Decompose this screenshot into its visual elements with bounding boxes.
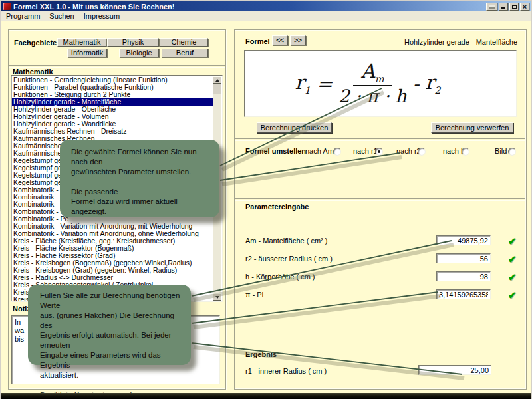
- radio-circle[interactable]: [508, 148, 516, 156]
- tooltip-formel-umstellen: Die gewählte Formel können Sie nun nach …: [60, 140, 219, 217]
- next-formula-button[interactable]: >>: [290, 35, 306, 45]
- parameter-label: π - Pi: [245, 291, 263, 299]
- bottom-strip: [0, 393, 532, 399]
- formel-section-label: Formel: [245, 37, 270, 45]
- ergebnis-section-label: Ergebnis: [245, 350, 277, 358]
- menu-item-programm[interactable]: Programm: [1, 11, 45, 21]
- separator-1: [235, 138, 525, 141]
- titlebar-print-button[interactable]: [486, 3, 497, 11]
- check-icon: ✔: [508, 272, 517, 282]
- radio-circle[interactable]: [462, 148, 469, 156]
- scroll-up-button[interactable]: [213, 76, 221, 84]
- check-icon: ✔: [508, 290, 517, 300]
- check-icon: ✔: [508, 254, 517, 264]
- printer-icon: [489, 5, 495, 9]
- discard-calculation-button[interactable]: Berechnung verwerfen: [431, 122, 513, 133]
- window-title: Formel XXL 1.0 - Mit uns können Sie Rech…: [13, 3, 174, 11]
- parameter-input[interactable]: [436, 253, 491, 263]
- close-button[interactable]: ×: [520, 3, 529, 11]
- scrollbar-thumb[interactable]: [213, 84, 221, 94]
- fachgebiete-label: Fachgebiete: [14, 39, 57, 47]
- radio-label: Bild: [495, 147, 507, 155]
- menubar: ProgrammSuchenImpressum: [1, 11, 531, 21]
- arrow-up-icon: [215, 79, 219, 82]
- parameter-label: Am - Mantelfläche ( cm² ): [245, 237, 327, 245]
- radio-circle[interactable]: [333, 148, 341, 156]
- radio-option-nach-am[interactable]: nach Am: [305, 147, 337, 155]
- minimize-button[interactable]: [499, 3, 508, 11]
- formula-image-box: r1 = Am 2 · π · h - r2: [244, 50, 517, 117]
- separator-2: [235, 198, 525, 201]
- subject-button-beruf[interactable]: Beruf: [162, 49, 208, 57]
- formula-minus: -: [413, 72, 420, 95]
- menu-item-impressum[interactable]: Impressum: [79, 11, 124, 21]
- maximize-button[interactable]: [509, 3, 519, 11]
- result-field[interactable]: [418, 365, 491, 375]
- parameter-label: h - Körperhöhe ( cm ): [245, 273, 315, 281]
- maximize-icon: [512, 5, 517, 9]
- formula-equals: =: [317, 72, 332, 95]
- window-controls: ×: [486, 3, 531, 11]
- umstellen-section-label: Formel umstellen: [245, 147, 306, 155]
- app-icon: [3, 3, 11, 10]
- titlebar: Formel XXL 1.0 - Mit uns können Sie Rech…: [1, 1, 531, 11]
- subject-button-informatik[interactable]: Informatik: [67, 49, 107, 57]
- arrow-down-icon: [215, 296, 219, 299]
- radio-circle[interactable]: [418, 148, 426, 156]
- radio-circle[interactable]: [375, 148, 383, 156]
- formula-denominator: 2 · π · h: [338, 86, 407, 106]
- tooltip-parametereingabe: Füllen Sie alle zur Berechnung benötigen…: [28, 285, 191, 365]
- formula-rhs: r2: [425, 71, 440, 96]
- subject-button-chemie[interactable]: Chemie: [160, 38, 208, 47]
- formula-title: Hohlzylinder gerade - Mantelfläche: [404, 38, 517, 46]
- parameter-section-label: Parametereingabe: [245, 203, 309, 211]
- radio-label: nach Am: [305, 147, 334, 155]
- scroll-down-button[interactable]: [213, 293, 221, 301]
- minimize-icon: [501, 7, 505, 9]
- formula-fraction: Am 2 · π · h: [338, 61, 407, 106]
- previous-formula-button[interactable]: <<: [272, 35, 288, 45]
- radio-label: nach r1: [353, 147, 378, 155]
- menu-item-suchen[interactable]: Suchen: [45, 11, 78, 21]
- subject-button-biologie[interactable]: Biologie: [119, 49, 159, 57]
- subject-button-mathematik[interactable]: Mathematik: [57, 38, 106, 47]
- app-window: Formel XXL 1.0 - Mit uns können Sie Rech…: [0, 0, 532, 399]
- result-label: r1 - innerer Radius ( cm ): [245, 367, 327, 375]
- formula-image: r1 = Am 2 · π · h - r2: [295, 61, 441, 106]
- formula-numerator: Am: [353, 61, 392, 86]
- parameter-input[interactable]: [436, 289, 491, 299]
- close-icon: ×: [523, 3, 527, 10]
- parameter-input[interactable]: [436, 271, 491, 281]
- subject-button-physik[interactable]: Physik: [107, 38, 159, 47]
- formula-lhs: r1: [295, 71, 311, 96]
- print-calculation-button[interactable]: Berechnung drucken: [257, 122, 332, 133]
- parameter-label: r2 - äusserer Radius ( cm ): [245, 255, 332, 263]
- right-panel: Formel << >> Hohlzylinder gerade - Mante…: [234, 29, 527, 390]
- parameter-input[interactable]: [436, 235, 491, 245]
- check-icon: ✔: [508, 236, 517, 246]
